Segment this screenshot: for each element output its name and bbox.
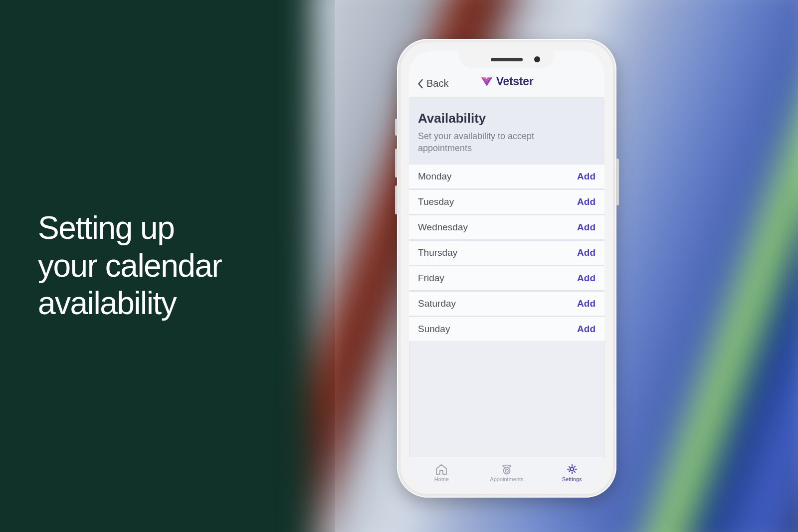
day-list: Monday Add Tuesday Add Wednesday Add T bbox=[409, 165, 604, 341]
svg-point-3 bbox=[570, 467, 573, 470]
day-row-wednesday[interactable]: Wednesday Add bbox=[409, 215, 604, 239]
day-name: Thursday bbox=[418, 247, 457, 258]
day-name: Tuesday bbox=[418, 196, 454, 207]
back-button[interactable]: Back bbox=[417, 78, 448, 89]
phone-notch bbox=[459, 51, 554, 68]
tab-label: Home bbox=[434, 476, 449, 482]
day-name: Monday bbox=[418, 171, 452, 182]
svg-point-2 bbox=[505, 469, 508, 472]
svg-point-1 bbox=[503, 467, 510, 474]
day-name: Friday bbox=[418, 273, 444, 284]
phone-speaker bbox=[491, 58, 523, 61]
promo-title: Setting up your calendar availability bbox=[38, 209, 221, 323]
back-label: Back bbox=[426, 78, 448, 89]
brand: Vetster bbox=[480, 75, 534, 88]
phone-side-button bbox=[616, 159, 619, 205]
chevron-left-icon bbox=[417, 79, 423, 89]
phone-side-button bbox=[395, 119, 398, 136]
day-name: Saturday bbox=[418, 298, 456, 309]
promo-title-line: your calendar bbox=[38, 248, 221, 284]
day-row-tuesday[interactable]: Tuesday Add bbox=[409, 190, 604, 214]
page-title: Availability bbox=[418, 111, 596, 126]
day-row-thursday[interactable]: Thursday Add bbox=[409, 241, 604, 265]
promo-panel: Setting up your calendar availability bbox=[0, 0, 335, 532]
add-button[interactable]: Add bbox=[577, 247, 596, 258]
tab-appointments[interactable]: Appointments bbox=[474, 463, 539, 482]
tab-label: Settings bbox=[562, 476, 582, 482]
phone-screen: Back bbox=[409, 51, 604, 486]
day-name: Wednesday bbox=[418, 222, 468, 233]
day-row-friday[interactable]: Friday Add bbox=[409, 266, 604, 290]
add-button[interactable]: Add bbox=[577, 298, 596, 309]
phone-frame: Back bbox=[397, 39, 616, 498]
section-header: Availability Set your availability to ac… bbox=[409, 98, 604, 165]
promo-title-line: availability bbox=[38, 285, 176, 321]
promo-title-line: Setting up bbox=[38, 210, 174, 246]
day-name: Sunday bbox=[418, 324, 450, 335]
page-subtitle: Set your availability to accept appointm… bbox=[418, 130, 568, 155]
day-row-sunday[interactable]: Sunday Add bbox=[409, 317, 604, 341]
phone-mockup: Back bbox=[397, 39, 616, 498]
brand-name: Vetster bbox=[496, 75, 534, 88]
day-row-monday[interactable]: Monday Add bbox=[409, 165, 604, 188]
home-icon bbox=[435, 463, 448, 475]
tab-home[interactable]: Home bbox=[409, 463, 474, 482]
gear-icon bbox=[566, 463, 579, 475]
phone-bezel: Back bbox=[400, 42, 613, 495]
app-root: Back bbox=[409, 51, 604, 486]
add-button[interactable]: Add bbox=[577, 171, 596, 182]
phone-camera bbox=[534, 56, 540, 62]
add-button[interactable]: Add bbox=[577, 222, 596, 233]
svg-point-0 bbox=[503, 465, 511, 467]
tab-settings[interactable]: Settings bbox=[540, 463, 604, 482]
phone-side-button bbox=[395, 149, 398, 177]
tab-label: Appointments bbox=[490, 476, 523, 482]
phone-side-button bbox=[395, 185, 398, 214]
tab-bar: Home Appointments bbox=[409, 457, 604, 486]
camera-icon bbox=[500, 463, 513, 475]
add-button[interactable]: Add bbox=[577, 324, 596, 335]
brand-logo-icon bbox=[480, 76, 493, 87]
day-row-saturday[interactable]: Saturday Add bbox=[409, 292, 604, 316]
add-button[interactable]: Add bbox=[577, 196, 596, 207]
add-button[interactable]: Add bbox=[577, 273, 596, 284]
